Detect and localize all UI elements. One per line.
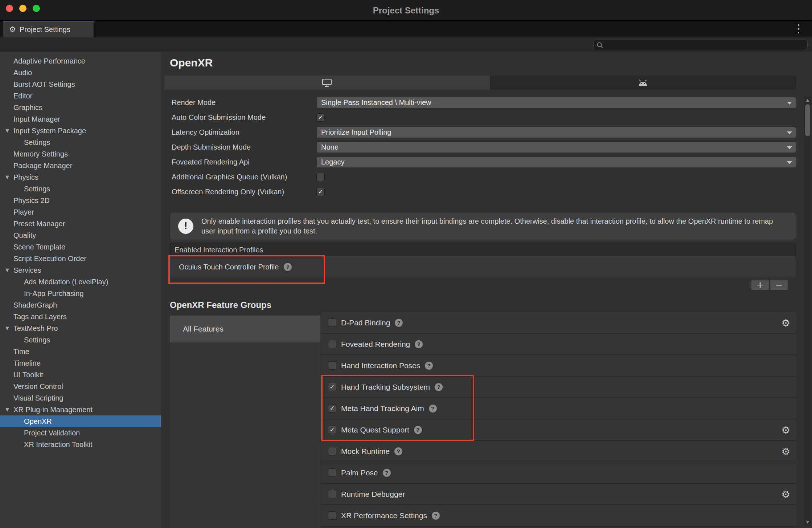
chevron-down-icon bbox=[787, 146, 792, 149]
sidebar-item-settings[interactable]: ▼ Settings bbox=[0, 137, 161, 148]
render-mode-dropdown[interactable]: Single Pass Instanced \ Multi-view bbox=[316, 97, 796, 108]
help-icon[interactable]: ? bbox=[429, 405, 437, 413]
group-all-features[interactable]: All Features bbox=[170, 316, 320, 342]
sidebar-item-quality[interactable]: ▼ Quality bbox=[0, 230, 161, 241]
checkmark-icon: ✓ bbox=[318, 189, 323, 195]
search-box[interactable] bbox=[593, 40, 808, 50]
sidebar-item-version-control[interactable]: ▼ Version Control bbox=[0, 381, 161, 392]
sidebar-item-physics[interactable]: ▼ Physics bbox=[0, 171, 161, 183]
sidebar-item-preset-manager[interactable]: ▼ Preset Manager bbox=[0, 218, 161, 230]
sidebar-item-textmesh-pro[interactable]: ▼ TextMesh Pro bbox=[0, 322, 161, 334]
sidebar-item-xr-interaction-toolkit[interactable]: ▼ XR Interaction Toolkit bbox=[0, 439, 161, 450]
meta-hand-tracking-aim-checkbox[interactable]: ✓ bbox=[328, 404, 336, 413]
sidebar-item-package-manager[interactable]: ▼ Package Manager bbox=[0, 160, 161, 171]
features-list: ✓ D-Pad Binding ? ⚙ ✓ Foveated Rendering… bbox=[321, 312, 796, 527]
sidebar-item-project-validation[interactable]: ▼ Project Validation bbox=[0, 427, 161, 439]
sidebar-item-label: Visual Scripting bbox=[13, 394, 63, 402]
help-icon[interactable]: ? bbox=[383, 469, 391, 477]
gear-icon[interactable]: ⚙ bbox=[782, 446, 790, 456]
remove-profile-button[interactable]: − bbox=[770, 279, 788, 291]
interaction-profiles-title: Enabled Interaction Profiles bbox=[175, 246, 263, 254]
hand-interaction-poses-checkbox[interactable]: ✓ bbox=[328, 361, 336, 370]
latency-optimization-dropdown[interactable]: Prioritize Input Polling bbox=[316, 127, 796, 138]
gear-icon[interactable]: ⚙ bbox=[782, 425, 790, 435]
foveated-rendering-checkbox[interactable]: ✓ bbox=[328, 340, 336, 348]
mock-runtime-checkbox[interactable]: ✓ bbox=[328, 447, 336, 455]
setting-label: Depth Submission Mode bbox=[170, 143, 316, 151]
depth-submission-mode-dropdown[interactable]: None bbox=[316, 142, 796, 153]
sidebar-item-tags-and-layers[interactable]: ▼ Tags and Layers bbox=[0, 311, 161, 322]
sidebar-item-memory-settings[interactable]: ▼ Memory Settings bbox=[0, 148, 161, 160]
auto-color-submission-mode-checkbox[interactable]: ✓ bbox=[316, 113, 325, 122]
d-pad-binding-checkbox[interactable]: ✓ bbox=[328, 318, 336, 327]
expander-triangle-icon[interactable]: ▼ bbox=[3, 322, 12, 334]
sidebar-item-editor[interactable]: ▼ Editor bbox=[0, 90, 161, 102]
help-icon[interactable]: ? bbox=[435, 383, 443, 391]
sidebar-item-input-system-package[interactable]: ▼ Input System Package bbox=[0, 125, 161, 137]
foveated-rendering-api-dropdown[interactable]: Legacy bbox=[316, 157, 796, 168]
runtime-debugger-checkbox[interactable]: ✓ bbox=[328, 490, 336, 498]
tab-platform-desktop[interactable] bbox=[164, 76, 490, 90]
sidebar-item-settings[interactable]: ▼ Settings bbox=[0, 334, 161, 346]
add-profile-button[interactable]: + bbox=[751, 279, 769, 291]
sidebar-item-settings[interactable]: ▼ Settings bbox=[0, 183, 161, 195]
sidebar-item-time[interactable]: ▼ Time bbox=[0, 346, 161, 357]
profile-oculus-touch-controller[interactable]: Oculus Touch Controller Profile ? bbox=[170, 256, 796, 278]
kebab-menu-icon[interactable]: ⋮ bbox=[790, 21, 807, 37]
info-text: Only enable interaction profiles that yo… bbox=[201, 216, 788, 236]
help-icon[interactable]: ? bbox=[395, 319, 403, 327]
hand-tracking-subsystem-checkbox[interactable]: ✓ bbox=[328, 383, 336, 391]
expander-triangle-icon[interactable]: ▼ bbox=[3, 125, 12, 137]
help-icon[interactable]: ? bbox=[432, 512, 440, 520]
help-icon[interactable]: ? bbox=[414, 426, 422, 434]
profile-list-footer: + − bbox=[751, 279, 788, 291]
sidebar-item-label: Time bbox=[13, 348, 29, 356]
dropdown-value: None bbox=[321, 143, 339, 151]
feature-row-meta-quest-support: ✓ Meta Quest Support ? ⚙ bbox=[321, 419, 796, 441]
xr-performance-settings-checkbox[interactable]: ✓ bbox=[328, 511, 336, 520]
sidebar-item-player[interactable]: ▼ Player bbox=[0, 206, 161, 218]
sidebar-item-label: Input Manager bbox=[13, 115, 60, 123]
sidebar-item-input-manager[interactable]: ▼ Input Manager bbox=[0, 113, 161, 125]
sidebar-item-scene-template[interactable]: ▼ Scene Template bbox=[0, 241, 161, 253]
sidebar-item-burst-aot-settings[interactable]: ▼ Burst AOT Settings bbox=[0, 78, 161, 90]
sidebar-item-adaptive-performance[interactable]: ▼ Adaptive Performance bbox=[0, 55, 161, 67]
tab-platform-android[interactable] bbox=[490, 76, 796, 90]
sidebar-item-timeline[interactable]: ▼ Timeline bbox=[0, 357, 161, 369]
gear-icon[interactable]: ⚙ bbox=[782, 489, 790, 499]
sidebar-item-graphics[interactable]: ▼ Graphics bbox=[0, 102, 161, 113]
vertical-scrollbar[interactable]: ▲ ▼ bbox=[804, 96, 811, 526]
scrollbar-thumb[interactable] bbox=[805, 104, 810, 136]
expander-triangle-icon[interactable]: ▼ bbox=[3, 404, 12, 415]
sidebar-item-in-app-purchasing[interactable]: ▼ In-App Purchasing bbox=[0, 288, 161, 299]
scroll-down-icon[interactable]: ▼ bbox=[804, 520, 811, 524]
help-icon[interactable]: ? bbox=[425, 362, 433, 370]
sidebar-item-ui-toolkit[interactable]: ▼ UI Toolkit bbox=[0, 369, 161, 381]
sidebar-item-script-execution-order[interactable]: ▼ Script Execution Order bbox=[0, 253, 161, 264]
sidebar-item-openxr[interactable]: ▼ OpenXR bbox=[0, 415, 161, 427]
sidebar-item-audio[interactable]: ▼ Audio bbox=[0, 67, 161, 78]
scroll-up-icon[interactable]: ▲ bbox=[804, 98, 811, 102]
sidebar-item-physics-2d[interactable]: ▼ Physics 2D bbox=[0, 195, 161, 206]
help-icon[interactable]: ? bbox=[394, 447, 402, 455]
feature-groups-panel: All Features bbox=[170, 316, 320, 528]
sidebar-item-services[interactable]: ▼ Services bbox=[0, 264, 161, 276]
sidebar-item-label: Adaptive Performance bbox=[13, 57, 85, 65]
sidebar-item-ads-mediation-levelplay[interactable]: ▼ Ads Mediation (LevelPlay) bbox=[0, 276, 161, 288]
sidebar-item-shadergraph[interactable]: ▼ ShaderGraph bbox=[0, 299, 161, 311]
sidebar-item-label: Memory Settings bbox=[13, 150, 68, 158]
search-input[interactable] bbox=[605, 41, 804, 49]
sidebar-item-xr-plug-in-management[interactable]: ▼ XR Plug-in Management bbox=[0, 404, 161, 415]
offscreen-rendering-only-vulkan-checkbox[interactable]: ✓ bbox=[316, 188, 325, 196]
expander-triangle-icon[interactable]: ▼ bbox=[3, 264, 12, 276]
expander-triangle-icon[interactable]: ▼ bbox=[3, 171, 12, 183]
meta-quest-support-checkbox[interactable]: ✓ bbox=[328, 426, 336, 434]
additional-graphics-queue-vulkan-checkbox[interactable]: ✓ bbox=[316, 173, 325, 181]
sidebar-item-visual-scripting[interactable]: ▼ Visual Scripting bbox=[0, 392, 161, 404]
sidebar-item-label: Version Control bbox=[13, 382, 63, 390]
help-icon[interactable]: ? bbox=[284, 263, 292, 271]
tab-project-settings[interactable]: ⚙ Project Settings bbox=[3, 21, 94, 37]
palm-pose-checkbox[interactable]: ✓ bbox=[328, 468, 336, 477]
gear-icon[interactable]: ⚙ bbox=[782, 318, 790, 328]
help-icon[interactable]: ? bbox=[415, 340, 423, 348]
